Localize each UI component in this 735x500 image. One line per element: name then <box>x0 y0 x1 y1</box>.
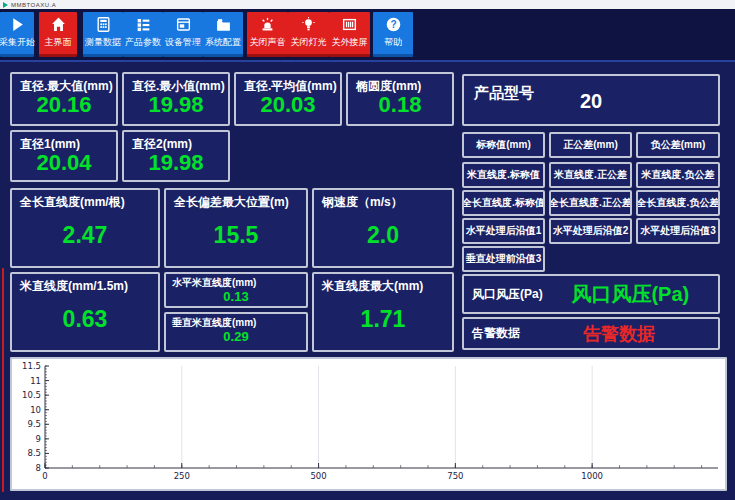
stat-value: 19.98 <box>124 150 228 176</box>
button-label: 关闭灯光 <box>291 36 327 49</box>
button-label: 帮助 <box>384 36 402 49</box>
svg-text:8: 8 <box>36 463 41 473</box>
lights-off-button[interactable]: 关闭灯光 <box>288 12 329 57</box>
svg-text:9.5: 9.5 <box>27 419 41 429</box>
measurement-data-button[interactable]: 测量数据 <box>83 12 123 57</box>
bulb-icon <box>300 16 317 33</box>
param-button-full-straightness-minus[interactable]: 全长直线度.负公差 <box>636 190 720 216</box>
stat-value: 0.63 <box>12 306 158 333</box>
stat-diameter1: 直径1(mm) 20.04 <box>10 130 118 182</box>
app-icon <box>3 2 8 8</box>
stat-meter-straightness-max: 米直线度最大(mm) 1.71 <box>312 272 454 352</box>
stat-diameter-avg: 直径.平均值(mm) 20.03 <box>234 72 342 126</box>
stat-value: 20.16 <box>12 92 116 118</box>
button-label: 设备管理 <box>165 36 201 49</box>
help-icon: ? <box>385 16 402 33</box>
siren-icon <box>259 16 276 33</box>
trend-chart-plot: 88.599.51010.51111.502505007501000 <box>12 359 725 489</box>
param-button-meter-straightness-minus[interactable]: 米直线度.负公差 <box>636 162 720 188</box>
alarm-data-label: 告警数据 <box>472 325 520 342</box>
button-label: 主界面 <box>45 36 72 49</box>
calculator-icon <box>95 16 112 33</box>
stat-label: 米直线度(mm/1.5m) <box>20 278 128 295</box>
button-label: 关闭声音 <box>250 36 286 49</box>
wind-pressure-value: 风口风压(Pa) <box>543 281 718 308</box>
stat-value: 1.71 <box>314 306 452 333</box>
svg-text:?: ? <box>390 19 396 30</box>
folder-icon <box>215 16 232 33</box>
toolbar: 采集开始 主界面 测量数据 产品参数 设备管理 系统配置 关闭声音 关闭灯光 <box>0 9 735 62</box>
svg-text:10: 10 <box>30 405 41 415</box>
external-screen-off-button[interactable]: 关外接屏 <box>329 12 370 57</box>
left-edge-indicator <box>2 268 4 492</box>
play-icon <box>9 16 26 33</box>
param-button-horizontal-trailing1[interactable]: 水平处理后沿值1 <box>462 218 545 244</box>
param-button-full-straightness-plus[interactable]: 全长直线度.正公差 <box>549 190 632 216</box>
param-button-horizontal-trailing3[interactable]: 水平处理后沿值3 <box>636 218 720 244</box>
product-model-value: 20 <box>464 90 718 113</box>
stat-label: 全长直线度(mm/根) <box>20 194 125 211</box>
param-button-horizontal-trailing2[interactable]: 水平处理后沿值2 <box>549 218 632 244</box>
stat-diameter2: 直径2(mm) 19.98 <box>122 130 230 182</box>
stat-value: 20.03 <box>236 92 340 118</box>
trend-chart: 88.599.51010.51111.502505007501000 <box>10 357 727 491</box>
svg-text:500: 500 <box>310 471 326 481</box>
main-window: MMBTOAXU.A 采集开始 主界面 测量数据 产品参数 设备管理 系统配置 <box>0 0 735 500</box>
title-bar: MMBTOAXU.A <box>0 0 735 9</box>
start-acquisition-button[interactable]: 采集开始 <box>0 12 34 57</box>
stat-diameter-min: 直径.最小值(mm) 19.98 <box>122 72 230 126</box>
button-label: 采集开始 <box>0 36 35 49</box>
button-label: 测量数据 <box>85 36 121 49</box>
stat-value: 15.5 <box>166 222 306 249</box>
external-screen-icon <box>341 16 358 33</box>
svg-text:750: 750 <box>447 471 463 481</box>
stat-value: 2.0 <box>314 222 452 249</box>
button-label: 系统配置 <box>205 36 241 49</box>
svg-text:8.5: 8.5 <box>27 448 41 458</box>
param-button-full-straightness-nominal[interactable]: 全长直线度.标称值 <box>462 190 545 216</box>
button-label: 关外接屏 <box>332 36 368 49</box>
stat-value: 0.13 <box>166 289 306 304</box>
product-parameters-button[interactable]: 产品参数 <box>123 12 163 57</box>
param-button-nominal[interactable]: 标称值(mm) <box>462 132 545 158</box>
stat-full-length-straightness: 全长直线度(mm/根) 2.47 <box>10 188 160 268</box>
stat-horizontal-meter-straightness: 水平米直线度(mm) 0.13 <box>164 272 308 308</box>
stat-label: 米直线度最大(mm) <box>322 278 423 295</box>
window-title: MMBTOAXU.A <box>11 2 56 8</box>
svg-text:0: 0 <box>42 471 47 481</box>
stat-steel-speed: 钢速度（m/s） 2.0 <box>312 188 454 268</box>
stat-vertical-meter-straightness: 垂直米直线度(mm) 0.29 <box>164 312 308 352</box>
svg-text:11.5: 11.5 <box>22 361 41 371</box>
stat-value: 2.47 <box>12 222 158 249</box>
stat-value: 0.18 <box>348 92 452 118</box>
stat-max-deviation-position: 全长偏差最大位置(m) 15.5 <box>164 188 308 268</box>
param-button-meter-straightness-nominal[interactable]: 米直线度.标称值 <box>462 162 545 188</box>
stat-label: 水平米直线度(mm) <box>172 276 256 290</box>
svg-text:11: 11 <box>30 376 41 386</box>
svg-text:250: 250 <box>174 471 190 481</box>
device-window-icon <box>175 16 192 33</box>
system-config-button[interactable]: 系统配置 <box>203 12 243 57</box>
list-icon <box>135 16 152 33</box>
stat-label: 全长偏差最大位置(m) <box>174 194 289 211</box>
param-button-meter-straightness-plus[interactable]: 米直线度.正公差 <box>549 162 632 188</box>
alarm-data-box: 告警数据 告警数据 <box>462 317 720 350</box>
stat-label: 钢速度（m/s） <box>322 194 403 211</box>
svg-text:9: 9 <box>36 434 41 444</box>
stat-label: 垂直米直线度(mm) <box>172 316 256 330</box>
button-label: 产品参数 <box>125 36 161 49</box>
stat-diameter-max: 直径.最大值(mm) 20.16 <box>10 72 118 126</box>
wind-pressure-label: 风口风压(Pa) <box>472 286 543 303</box>
main-screen-button[interactable]: 主界面 <box>39 12 77 57</box>
svg-text:10.5: 10.5 <box>22 390 41 400</box>
device-management-button[interactable]: 设备管理 <box>163 12 203 57</box>
stat-meter-straightness: 米直线度(mm/1.5m) 0.63 <box>10 272 160 352</box>
mute-sound-button[interactable]: 关闭声音 <box>247 12 288 57</box>
product-model-box: 产品型号 20 <box>462 74 720 126</box>
param-button-minus-tolerance[interactable]: 负公差(mm) <box>636 132 720 158</box>
wind-pressure-box: 风口风压(Pa) 风口风压(Pa) <box>462 274 720 314</box>
help-button[interactable]: ? 帮助 <box>373 12 413 57</box>
param-button-vertical-leading3[interactable]: 垂直处理前沿值3 <box>462 246 545 272</box>
param-button-plus-tolerance[interactable]: 正公差(mm) <box>549 132 632 158</box>
stat-value: 0.29 <box>166 329 306 344</box>
